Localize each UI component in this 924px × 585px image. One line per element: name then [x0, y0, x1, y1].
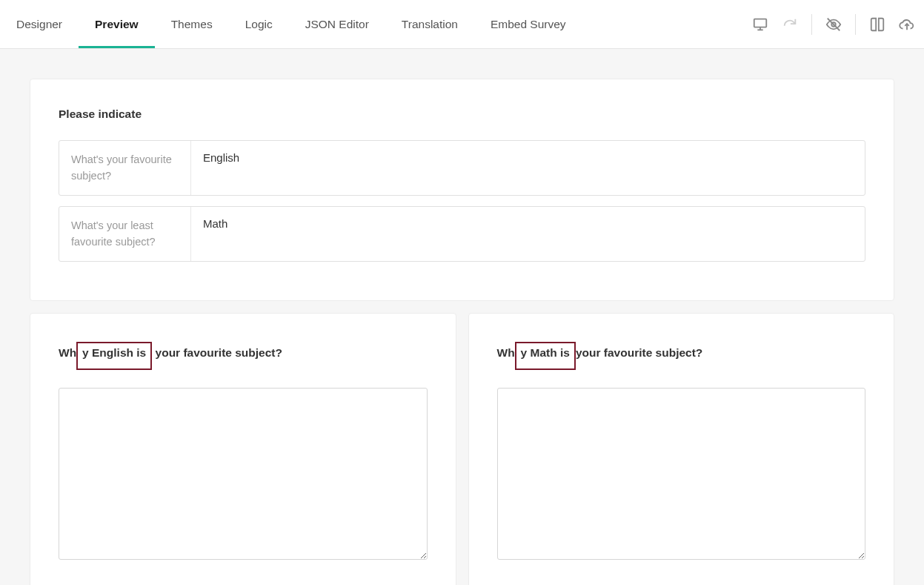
cloud-upload-icon[interactable]	[899, 16, 915, 33]
panel-title: Please indicate	[59, 108, 865, 121]
tab-logic[interactable]: Logic	[229, 0, 289, 48]
eye-off-icon[interactable]	[825, 16, 842, 33]
book-icon[interactable]	[869, 16, 885, 33]
why-english-textarea[interactable]	[59, 388, 428, 560]
topbar: Designer Preview Themes Logic JSON Edito…	[0, 0, 924, 49]
tab-label: Translation	[402, 18, 458, 31]
question-label: What's your favourite subject?	[59, 141, 191, 195]
tab-preview[interactable]: Preview	[79, 0, 155, 48]
why-highlight: y Math is	[515, 342, 576, 370]
tab-label: Preview	[95, 18, 139, 31]
toolbar-divider	[855, 14, 856, 35]
tab-label: Logic	[245, 18, 273, 31]
why-title: Why Math is your favourite subject?	[497, 342, 866, 370]
question-favourite-row: What's your favourite subject? English	[59, 140, 865, 196]
why-suffix: your favourite subject?	[576, 346, 702, 359]
tab-label: Designer	[16, 18, 62, 31]
toolbar-right	[752, 14, 915, 35]
tab-label: Embed Survey	[491, 18, 566, 31]
why-prefix: Wh	[59, 346, 76, 359]
tab-embed-survey[interactable]: Embed Survey	[474, 0, 582, 48]
tab-translation[interactable]: Translation	[385, 0, 474, 48]
redo-icon	[782, 16, 798, 33]
device-desktop-icon[interactable]	[752, 16, 768, 33]
page-canvas: Please indicate What's your favourite su…	[0, 49, 924, 585]
tab-designer[interactable]: Designer	[0, 0, 79, 48]
tab-label: Themes	[171, 18, 213, 31]
tab-json-editor[interactable]: JSON Editor	[289, 0, 385, 48]
why-highlight: y English is	[76, 342, 152, 370]
svg-rect-0	[754, 19, 767, 27]
tab-label: JSON Editor	[305, 18, 369, 31]
panel-why-english: Why English is your favourite subject?	[30, 313, 456, 585]
why-title: Why English is your favourite subject?	[59, 342, 428, 370]
why-prefix: Wh	[497, 346, 515, 359]
question-value[interactable]: English	[191, 141, 865, 195]
why-math-textarea[interactable]	[497, 388, 866, 560]
why-suffix: your favourite subject?	[156, 346, 282, 359]
panel-indicate: Please indicate What's your favourite su…	[30, 79, 894, 301]
toolbar-divider	[811, 14, 812, 35]
tabs: Designer Preview Themes Logic JSON Edito…	[0, 0, 582, 48]
panel-why-math: Why Math is your favourite subject?	[468, 313, 895, 585]
question-label: What's your least favourite subject?	[59, 207, 191, 261]
tab-themes[interactable]: Themes	[155, 0, 229, 48]
question-least-favourite-row: What's your least favourite subject? Mat…	[59, 206, 865, 262]
question-value[interactable]: Math	[191, 207, 865, 261]
